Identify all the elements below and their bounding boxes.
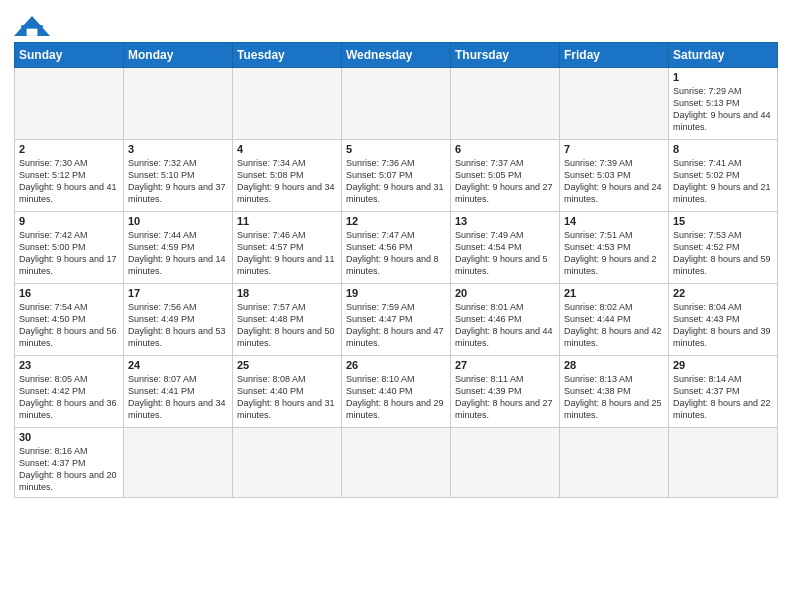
day-info: Sunrise: 8:02 AM Sunset: 4:44 PM Dayligh… — [564, 301, 664, 350]
day-number: 22 — [673, 287, 773, 299]
day-info: Sunrise: 8:16 AM Sunset: 4:37 PM Dayligh… — [19, 445, 119, 494]
calendar-week-row: 16Sunrise: 7:54 AM Sunset: 4:50 PM Dayli… — [15, 284, 778, 356]
day-info: Sunrise: 7:59 AM Sunset: 4:47 PM Dayligh… — [346, 301, 446, 350]
day-number: 3 — [128, 143, 228, 155]
calendar-cell: 15Sunrise: 7:53 AM Sunset: 4:52 PM Dayli… — [669, 212, 778, 284]
calendar-cell: 3Sunrise: 7:32 AM Sunset: 5:10 PM Daylig… — [124, 140, 233, 212]
day-number: 25 — [237, 359, 337, 371]
calendar-cell: 4Sunrise: 7:34 AM Sunset: 5:08 PM Daylig… — [233, 140, 342, 212]
calendar-cell: 20Sunrise: 8:01 AM Sunset: 4:46 PM Dayli… — [451, 284, 560, 356]
calendar-cell: 26Sunrise: 8:10 AM Sunset: 4:40 PM Dayli… — [342, 356, 451, 428]
calendar-cell: 2Sunrise: 7:30 AM Sunset: 5:12 PM Daylig… — [15, 140, 124, 212]
day-number: 6 — [455, 143, 555, 155]
calendar-table: SundayMondayTuesdayWednesdayThursdayFrid… — [14, 42, 778, 498]
day-number: 2 — [19, 143, 119, 155]
weekday-header-thursday: Thursday — [451, 43, 560, 68]
day-info: Sunrise: 7:30 AM Sunset: 5:12 PM Dayligh… — [19, 157, 119, 206]
day-number: 18 — [237, 287, 337, 299]
calendar-cell — [342, 428, 451, 498]
calendar-week-row: 9Sunrise: 7:42 AM Sunset: 5:00 PM Daylig… — [15, 212, 778, 284]
day-number: 16 — [19, 287, 119, 299]
calendar-cell: 1Sunrise: 7:29 AM Sunset: 5:13 PM Daylig… — [669, 68, 778, 140]
calendar-cell: 8Sunrise: 7:41 AM Sunset: 5:02 PM Daylig… — [669, 140, 778, 212]
day-info: Sunrise: 7:47 AM Sunset: 4:56 PM Dayligh… — [346, 229, 446, 278]
weekday-header-saturday: Saturday — [669, 43, 778, 68]
calendar-cell: 11Sunrise: 7:46 AM Sunset: 4:57 PM Dayli… — [233, 212, 342, 284]
day-number: 1 — [673, 71, 773, 83]
day-number: 23 — [19, 359, 119, 371]
calendar-cell: 25Sunrise: 8:08 AM Sunset: 4:40 PM Dayli… — [233, 356, 342, 428]
calendar-cell: 28Sunrise: 8:13 AM Sunset: 4:38 PM Dayli… — [560, 356, 669, 428]
calendar-cell: 13Sunrise: 7:49 AM Sunset: 4:54 PM Dayli… — [451, 212, 560, 284]
day-number: 9 — [19, 215, 119, 227]
day-info: Sunrise: 7:29 AM Sunset: 5:13 PM Dayligh… — [673, 85, 773, 134]
calendar-cell: 19Sunrise: 7:59 AM Sunset: 4:47 PM Dayli… — [342, 284, 451, 356]
weekday-header-monday: Monday — [124, 43, 233, 68]
day-number: 7 — [564, 143, 664, 155]
day-info: Sunrise: 8:10 AM Sunset: 4:40 PM Dayligh… — [346, 373, 446, 422]
calendar-cell: 5Sunrise: 7:36 AM Sunset: 5:07 PM Daylig… — [342, 140, 451, 212]
calendar-cell: 10Sunrise: 7:44 AM Sunset: 4:59 PM Dayli… — [124, 212, 233, 284]
day-number: 4 — [237, 143, 337, 155]
calendar-week-row: 30Sunrise: 8:16 AM Sunset: 4:37 PM Dayli… — [15, 428, 778, 498]
calendar-cell — [342, 68, 451, 140]
calendar-cell: 6Sunrise: 7:37 AM Sunset: 5:05 PM Daylig… — [451, 140, 560, 212]
day-number: 17 — [128, 287, 228, 299]
calendar-cell — [124, 68, 233, 140]
calendar-week-row: 1Sunrise: 7:29 AM Sunset: 5:13 PM Daylig… — [15, 68, 778, 140]
day-info: Sunrise: 7:44 AM Sunset: 4:59 PM Dayligh… — [128, 229, 228, 278]
calendar-cell: 12Sunrise: 7:47 AM Sunset: 4:56 PM Dayli… — [342, 212, 451, 284]
day-info: Sunrise: 8:04 AM Sunset: 4:43 PM Dayligh… — [673, 301, 773, 350]
calendar-cell: 29Sunrise: 8:14 AM Sunset: 4:37 PM Dayli… — [669, 356, 778, 428]
weekday-header-row: SundayMondayTuesdayWednesdayThursdayFrid… — [15, 43, 778, 68]
calendar-cell — [451, 428, 560, 498]
page: SundayMondayTuesdayWednesdayThursdayFrid… — [0, 0, 792, 612]
calendar-cell: 23Sunrise: 8:05 AM Sunset: 4:42 PM Dayli… — [15, 356, 124, 428]
day-number: 20 — [455, 287, 555, 299]
day-number: 12 — [346, 215, 446, 227]
calendar-cell — [560, 428, 669, 498]
day-info: Sunrise: 7:32 AM Sunset: 5:10 PM Dayligh… — [128, 157, 228, 206]
day-info: Sunrise: 8:08 AM Sunset: 4:40 PM Dayligh… — [237, 373, 337, 422]
day-info: Sunrise: 7:57 AM Sunset: 4:48 PM Dayligh… — [237, 301, 337, 350]
weekday-header-wednesday: Wednesday — [342, 43, 451, 68]
day-number: 24 — [128, 359, 228, 371]
weekday-header-sunday: Sunday — [15, 43, 124, 68]
day-number: 11 — [237, 215, 337, 227]
day-number: 30 — [19, 431, 119, 443]
day-number: 5 — [346, 143, 446, 155]
calendar-cell: 17Sunrise: 7:56 AM Sunset: 4:49 PM Dayli… — [124, 284, 233, 356]
calendar-cell — [233, 68, 342, 140]
calendar-cell: 9Sunrise: 7:42 AM Sunset: 5:00 PM Daylig… — [15, 212, 124, 284]
day-number: 10 — [128, 215, 228, 227]
day-number: 15 — [673, 215, 773, 227]
day-info: Sunrise: 7:54 AM Sunset: 4:50 PM Dayligh… — [19, 301, 119, 350]
day-info: Sunrise: 7:56 AM Sunset: 4:49 PM Dayligh… — [128, 301, 228, 350]
header — [14, 10, 778, 36]
day-info: Sunrise: 8:01 AM Sunset: 4:46 PM Dayligh… — [455, 301, 555, 350]
day-info: Sunrise: 8:05 AM Sunset: 4:42 PM Dayligh… — [19, 373, 119, 422]
calendar-cell: 7Sunrise: 7:39 AM Sunset: 5:03 PM Daylig… — [560, 140, 669, 212]
calendar-cell: 21Sunrise: 8:02 AM Sunset: 4:44 PM Dayli… — [560, 284, 669, 356]
calendar-cell: 18Sunrise: 7:57 AM Sunset: 4:48 PM Dayli… — [233, 284, 342, 356]
day-info: Sunrise: 7:41 AM Sunset: 5:02 PM Dayligh… — [673, 157, 773, 206]
day-info: Sunrise: 8:14 AM Sunset: 4:37 PM Dayligh… — [673, 373, 773, 422]
calendar-cell — [15, 68, 124, 140]
day-info: Sunrise: 7:51 AM Sunset: 4:53 PM Dayligh… — [564, 229, 664, 278]
day-number: 14 — [564, 215, 664, 227]
calendar-cell — [233, 428, 342, 498]
day-number: 29 — [673, 359, 773, 371]
logo — [14, 10, 50, 36]
day-number: 13 — [455, 215, 555, 227]
day-number: 8 — [673, 143, 773, 155]
weekday-header-friday: Friday — [560, 43, 669, 68]
weekday-header-tuesday: Tuesday — [233, 43, 342, 68]
day-info: Sunrise: 7:36 AM Sunset: 5:07 PM Dayligh… — [346, 157, 446, 206]
calendar-cell: 22Sunrise: 8:04 AM Sunset: 4:43 PM Dayli… — [669, 284, 778, 356]
day-info: Sunrise: 8:13 AM Sunset: 4:38 PM Dayligh… — [564, 373, 664, 422]
calendar-cell: 16Sunrise: 7:54 AM Sunset: 4:50 PM Dayli… — [15, 284, 124, 356]
day-info: Sunrise: 7:37 AM Sunset: 5:05 PM Dayligh… — [455, 157, 555, 206]
calendar-cell: 14Sunrise: 7:51 AM Sunset: 4:53 PM Dayli… — [560, 212, 669, 284]
day-info: Sunrise: 8:11 AM Sunset: 4:39 PM Dayligh… — [455, 373, 555, 422]
day-info: Sunrise: 7:53 AM Sunset: 4:52 PM Dayligh… — [673, 229, 773, 278]
